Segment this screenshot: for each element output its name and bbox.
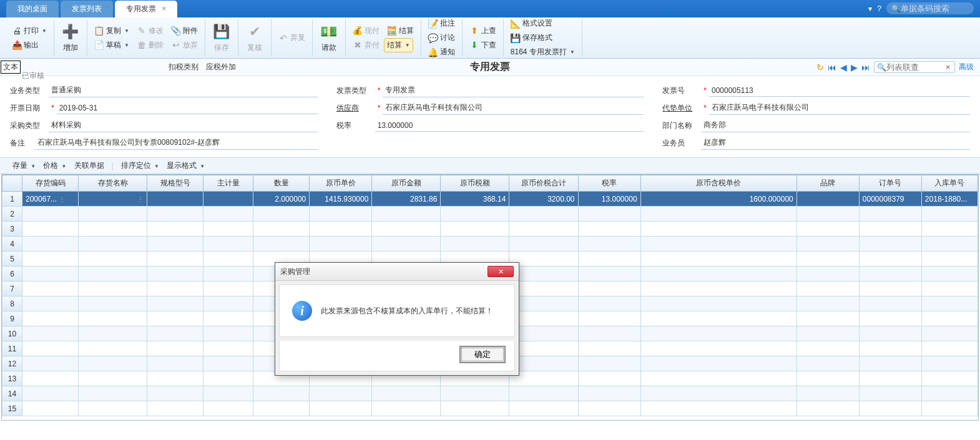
- info-icon: i: [292, 301, 312, 321]
- dialog-ok-button[interactable]: 确定: [459, 346, 506, 363]
- message-dialog: 采购管理 ✕ i 此发票来源包含不核算成本的入库单行，不能结算！ 确定: [275, 262, 519, 376]
- dialog-close-button[interactable]: ✕: [488, 266, 514, 277]
- dialog-message: 此发票来源包含不核算成本的入库单行，不能结算！: [321, 306, 493, 316]
- dialog-title: 采购管理: [280, 266, 310, 277]
- modal-overlay: 采购管理 ✕ i 此发票来源包含不核算成本的入库单行，不能结算！ 确定: [0, 0, 980, 421]
